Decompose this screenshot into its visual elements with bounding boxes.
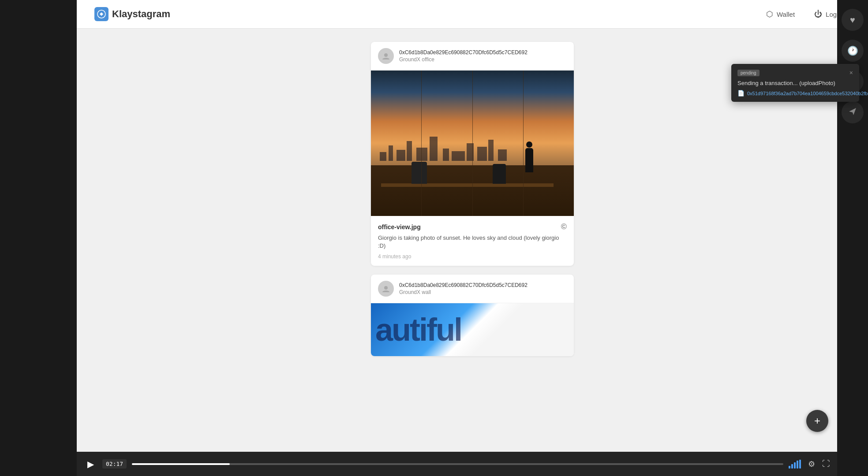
card-location-1: GroundX office <box>399 56 567 63</box>
left-border <box>0 0 77 476</box>
feed-card-2: 0xC6d1b8Da0e829Ec690882C70Dfc6D5d5c7CED6… <box>371 275 574 356</box>
clock-icon: 🕐 <box>847 45 858 56</box>
card-image-2-partial: autiful <box>371 303 574 356</box>
copyright-icon[interactable]: © <box>561 222 567 231</box>
send-icon <box>848 107 857 118</box>
card-footer-1: office-view.jpg © Giorgio is taking phot… <box>371 216 574 266</box>
wallet-label: Wallet <box>777 11 795 18</box>
svg-point-1 <box>384 53 388 57</box>
card-address-1: 0xC6d1b8Da0e829Ec690882C70Dfc6D5d5c7CED6… <box>399 49 567 56</box>
svg-point-2 <box>384 286 388 290</box>
card-time-1: 4 minutes ago <box>378 253 567 260</box>
card-image-1 <box>371 71 574 216</box>
office-chair-2 <box>493 164 506 184</box>
wallet-button[interactable]: ⬡ Wallet <box>762 7 799 22</box>
office-chair-1 <box>412 162 427 184</box>
document-icon: 📄 <box>737 90 745 97</box>
fab-button[interactable]: + <box>806 410 828 432</box>
card-filename-1: office-view.jpg © <box>378 222 567 231</box>
logo: Klaystagram <box>94 7 170 21</box>
heart-icon: ♥ <box>850 15 855 25</box>
power-icon: ⏻ <box>814 10 822 19</box>
avatar-2 <box>378 281 394 297</box>
card-location-2: GroundX wall <box>399 289 567 295</box>
bar-5 <box>799 460 801 469</box>
history-button[interactable]: 🕐 <box>842 40 864 62</box>
card-address-2: 0xC6d1b8Da0e829Ec690882C70Dfc6D5d5c7CED6… <box>399 282 567 288</box>
video-bar: ▶ 02:17 ⚙ ⛶ <box>77 452 837 476</box>
notif-tx: 📄 0x51d97168f36a2ad7b704ea1004659cbdce53… <box>737 90 853 97</box>
fullscreen-button[interactable]: ⛶ <box>822 459 830 469</box>
settings-button[interactable]: ⚙ <box>808 459 815 469</box>
main-content: 0xC6d1b8Da0e829Ec690882C70Dfc6D5d5c7CED6… <box>77 29 868 476</box>
wallet-icon: ⬡ <box>766 9 773 19</box>
bar-1 <box>789 466 790 469</box>
card-caption-1: Giorgio is taking photo of sunset. He lo… <box>378 234 567 250</box>
partial-image-text: autiful <box>371 303 574 356</box>
bar-4 <box>797 461 798 469</box>
notif-header: pending × <box>737 69 853 76</box>
app-name: Klaystagram <box>112 8 170 20</box>
video-time: 02:17 <box>102 459 127 469</box>
play-button[interactable]: ▶ <box>84 459 97 469</box>
office-desk <box>381 183 554 187</box>
logo-icon <box>94 7 108 21</box>
notif-badge: pending <box>737 70 760 76</box>
notification-popup: pending × Sending a transaction... (uplo… <box>731 64 859 102</box>
office-floor <box>371 165 574 216</box>
card-header-2: 0xC6d1b8Da0e829Ec690882C70Dfc6D5d5c7CED6… <box>371 275 574 303</box>
notif-close-button[interactable]: × <box>849 69 853 76</box>
notif-message: Sending a transaction... (uploadPhoto) <box>737 80 853 86</box>
bar-3 <box>794 462 796 469</box>
bar-2 <box>791 464 793 469</box>
send-button[interactable] <box>842 101 864 123</box>
card-user-info-1: 0xC6d1b8Da0e829Ec690882C70Dfc6D5d5c7CED6… <box>399 49 567 63</box>
card-user-info-2: 0xC6d1b8Da0e829Ec690882C70Dfc6D5d5c7CED6… <box>399 282 567 295</box>
person-silhouette <box>525 148 533 172</box>
app-container: Klaystagram ⬡ Wallet ⏻ Logout <box>77 0 868 476</box>
header: Klaystagram ⬡ Wallet ⏻ Logout <box>77 0 868 29</box>
avatar-1 <box>378 48 394 64</box>
progress-bar[interactable] <box>132 463 783 465</box>
signal-bars <box>789 460 801 469</box>
feed-card-1: 0xC6d1b8Da0e829Ec690882C70Dfc6D5d5c7CED6… <box>371 42 574 266</box>
card-header-1: 0xC6d1b8Da0e829Ec690882C70Dfc6D5d5c7CED6… <box>371 42 574 71</box>
notif-tx-hash[interactable]: 0x51d97168f36a2ad7b704ea1004659cbdce5320… <box>747 91 868 96</box>
progress-bar-fill <box>132 463 230 465</box>
city-skyline <box>371 126 574 161</box>
heart-button[interactable]: ♥ <box>842 9 864 31</box>
video-controls-right: ⚙ ⛶ <box>789 459 830 469</box>
